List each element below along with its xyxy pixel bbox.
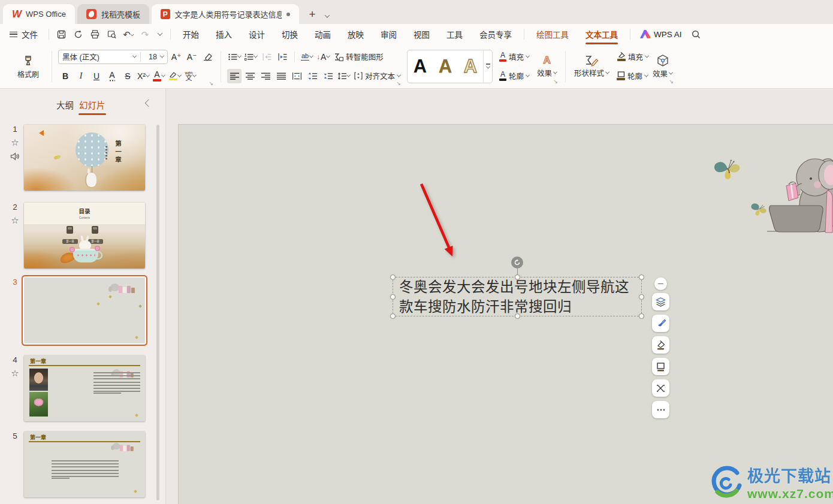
text-outline-button[interactable]: A 轮廓 [497, 68, 531, 84]
shape-outline-button[interactable]: 轮廓 [615, 68, 650, 84]
resize-handle-se[interactable] [639, 313, 644, 319]
collapse-panel-icon[interactable] [145, 99, 152, 107]
italic-button[interactable]: I [74, 69, 88, 83]
effects-wand-button[interactable] [652, 379, 669, 397]
menu-view[interactable]: 视图 [405, 24, 438, 44]
textbox-text[interactable]: 冬奥会发大会发出号地块左侧导航这款车搜防水防汗非常搜回归 [399, 277, 638, 317]
decrease-spacing-button[interactable] [321, 69, 335, 83]
text-group-expand-icon[interactable]: ↘ [554, 79, 559, 84]
pinyin-guide-button[interactable]: wén文 [183, 69, 198, 83]
format-painter-button[interactable]: 格式刷 [11, 48, 46, 85]
font-color-button[interactable]: A [152, 69, 166, 83]
menu-slideshow[interactable]: 放映 [339, 24, 372, 44]
increase-indent-button[interactable] [275, 50, 289, 64]
file-menu-button[interactable]: 文件 [0, 28, 45, 40]
style-brush-button[interactable] [652, 315, 669, 332]
tab-slides[interactable]: 幻灯片 [79, 98, 105, 111]
resize-handle-e[interactable] [639, 294, 644, 300]
slide-3-thumbnail-selected[interactable] [24, 277, 145, 343]
paragraph-group-expand-icon[interactable]: ↘ [396, 81, 401, 86]
bold-button[interactable]: B [58, 69, 73, 83]
align-left-button[interactable] [227, 69, 242, 83]
menu-review[interactable]: 审阅 [372, 24, 405, 44]
menu-tools[interactable]: 工具 [438, 24, 471, 44]
font-size-select[interactable]: 18 [145, 53, 161, 61]
slide-5-thumbnail[interactable]: 第一章 [24, 431, 145, 497]
grow-font-button[interactable]: A⁺ [169, 50, 183, 64]
increase-spacing-button[interactable] [305, 69, 319, 83]
bullets-button[interactable] [227, 50, 242, 64]
resize-handle-w[interactable] [390, 294, 396, 300]
quickbar-more-chevron-icon[interactable] [158, 31, 162, 35]
line-spacing-button[interactable] [336, 69, 351, 83]
align-text-button[interactable]: 对齐文本 [352, 68, 402, 84]
print-preview-button[interactable] [104, 26, 119, 42]
shape-effect-button[interactable]: 效果 ↘ [650, 50, 675, 83]
export-button[interactable] [70, 26, 86, 42]
panel-scrollbar[interactable] [156, 125, 159, 500]
font-size-chevron-icon[interactable] [160, 54, 164, 58]
emphasis-marks-button[interactable]: A [105, 69, 119, 83]
justify-button[interactable] [274, 69, 288, 83]
new-tab-button[interactable]: + [305, 7, 319, 22]
text-effect-button[interactable]: A 效果 ↘ [535, 50, 559, 83]
smart-graphic-button[interactable]: 转智能图形 [332, 49, 385, 65]
align-center-button[interactable] [243, 69, 257, 83]
print-button[interactable] [87, 26, 102, 42]
text-style-black[interactable]: A [408, 50, 433, 83]
shape-fill-button[interactable]: 填充 [615, 49, 650, 65]
outline-color-button[interactable] [652, 358, 669, 375]
collapse-mini-toolbar-button[interactable] [654, 277, 667, 290]
slide-4-thumbnail[interactable]: 第一章 [24, 355, 145, 421]
text-style-gold[interactable]: A [433, 50, 458, 83]
shape-group-expand-icon[interactable]: ↘ [669, 79, 674, 84]
rotate-handle[interactable] [511, 256, 523, 268]
more-options-button[interactable] [652, 401, 669, 418]
selected-textbox[interactable]: 冬奥会发大会发出号地块左侧导航这款车搜防水防汗非常搜回归 [393, 277, 642, 316]
menu-home[interactable]: 开始 [174, 24, 207, 44]
font-name-chevron-icon[interactable] [132, 54, 137, 58]
tab-document[interactable]: P 文字是人类用符号记录表达信息以 [152, 4, 299, 24]
menu-text-tools[interactable]: 文本工具 [577, 24, 626, 44]
vertical-text-button[interactable]: ↓ A [315, 50, 331, 64]
decrease-indent-button[interactable] [259, 50, 274, 64]
resize-handle-nw[interactable] [390, 274, 396, 280]
text-fill-button[interactable]: A 填充 [497, 49, 531, 65]
superscript-button[interactable]: X² [136, 69, 150, 83]
strikethrough-button[interactable]: S [120, 69, 135, 83]
tab-outline[interactable]: 大纲 [56, 98, 74, 111]
menu-drawing-tools[interactable]: 绘图工具 [528, 24, 577, 44]
font-name-select[interactable]: 黑体 (正文) [62, 51, 133, 62]
text-direction-button[interactable]: ab [300, 50, 314, 64]
tab-list-chevron-icon[interactable] [325, 13, 330, 17]
menu-animation[interactable]: 动画 [306, 24, 339, 44]
numbering-button[interactable] [243, 50, 258, 64]
fill-color-button[interactable] [652, 336, 669, 354]
align-right-button[interactable] [258, 69, 273, 83]
menu-member[interactable]: 会员专享 [471, 24, 520, 44]
resize-handle-n[interactable] [515, 274, 520, 280]
tab-docer-templates[interactable]: 找稻壳模板 [77, 4, 149, 24]
shrink-font-button[interactable]: A⁻ [185, 50, 199, 64]
slide-2-thumbnail[interactable]: 目录 Contents 第一章 第一章 [24, 203, 145, 268]
undo-button[interactable]: ↶ [120, 26, 136, 42]
resize-handle-s[interactable] [515, 313, 520, 319]
menu-design[interactable]: 设计 [240, 24, 273, 44]
underline-button[interactable]: U [89, 69, 104, 83]
redo-button[interactable]: ↷ [137, 26, 153, 42]
menu-insert[interactable]: 插入 [207, 24, 240, 44]
shape-style-button[interactable]: 形状样式 [572, 50, 611, 83]
menu-transition[interactable]: 切换 [273, 24, 306, 44]
distribute-button[interactable] [289, 69, 304, 83]
clear-format-button[interactable] [200, 50, 215, 64]
resize-handle-ne[interactable] [639, 274, 644, 280]
layer-order-button[interactable] [652, 293, 669, 310]
highlight-button[interactable] [167, 69, 182, 83]
font-group-expand-icon[interactable]: ↘ [209, 81, 213, 86]
gallery-more-button[interactable] [483, 50, 492, 83]
search-button[interactable] [689, 26, 704, 42]
slide-1-thumbnail[interactable]: 第一章 [24, 125, 145, 191]
save-button[interactable] [53, 26, 69, 42]
text-style-outline[interactable]: A [458, 50, 483, 83]
wps-ai-button[interactable]: WPS AI [634, 30, 688, 39]
